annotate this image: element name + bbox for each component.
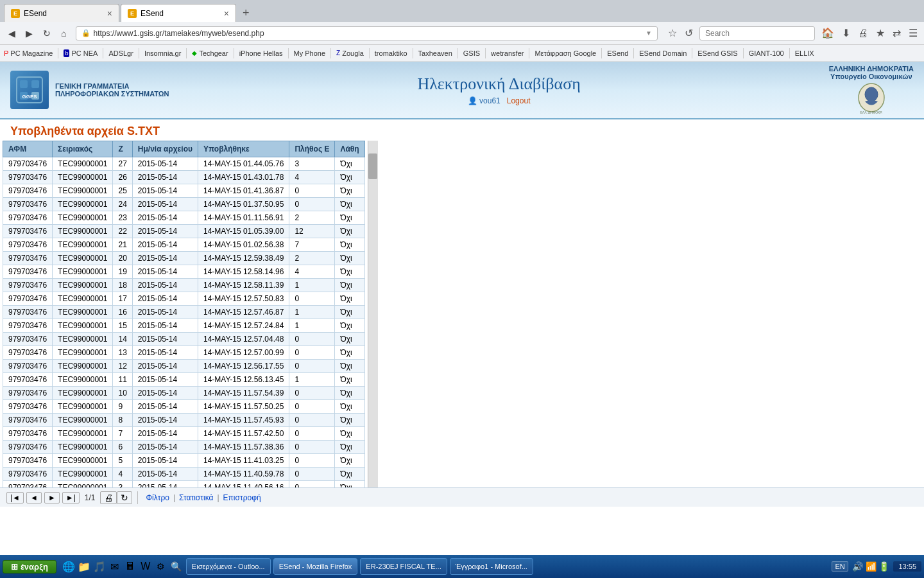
taskbar-firefox-button[interactable]: ESend - Mozilla Firefox <box>273 558 358 575</box>
table-row[interactable]: 979703476TEC99000001272015-05-1414-MAY-1… <box>3 157 365 171</box>
table-cell: 979703476 <box>3 387 53 400</box>
table-row[interactable]: 979703476TEC99000001222015-05-1414-MAY-1… <box>3 225 365 238</box>
col-z: Z <box>113 141 132 157</box>
table-cell: TEC99000001 <box>53 427 113 441</box>
url-dropdown-icon[interactable]: ▼ <box>646 30 652 37</box>
url-bar[interactable]: 🔒 https://www1.gsis.gr/tameiakes/myweb/e… <box>76 26 658 40</box>
table-row[interactable]: 979703476TEC9900000142015-05-1414-MAY-15… <box>3 468 365 481</box>
table-row[interactable]: 979703476TEC99000001112015-05-1414-MAY-1… <box>3 373 365 387</box>
table-row[interactable]: 979703476TEC99000001132015-05-1414-MAY-1… <box>3 346 365 360</box>
bookmark-insomnia[interactable]: Insomnia.gr <box>144 49 181 57</box>
back-button[interactable]: ◀ <box>4 26 20 40</box>
return-link[interactable]: Επιστροφή <box>223 493 261 502</box>
download-button[interactable]: ⬇ <box>839 26 853 40</box>
tab2-close[interactable]: × <box>224 8 229 19</box>
table-scrollbar[interactable] <box>368 141 378 487</box>
taskbar-folder-icon[interactable]: 📁 <box>77 559 91 574</box>
reload-button[interactable]: ↻ <box>38 26 55 40</box>
reload-table-button[interactable]: ↻ <box>117 491 132 504</box>
bookmark-gsis[interactable]: GSIS <box>463 49 480 57</box>
bookmark-esend[interactable]: ESend <box>607 49 628 57</box>
refresh-table-button[interactable]: 🖨 <box>100 491 117 504</box>
taskbar-ie-icon[interactable]: 🌐 <box>62 559 76 574</box>
taskbar-outlook-button[interactable]: Εισερχόμενα - Outloo... <box>186 558 271 575</box>
last-page-button[interactable]: ►| <box>62 492 80 504</box>
home-nav-button[interactable]: 🏠 <box>819 26 837 40</box>
bookmark-giant100[interactable]: GIANT-100 <box>749 49 784 57</box>
menu-button[interactable]: ☰ <box>906 26 920 40</box>
table-row[interactable]: 979703476TEC9900000162015-05-1414-MAY-15… <box>3 441 365 454</box>
bookmark-wetransfer[interactable]: wetransfer <box>491 49 524 57</box>
tab1-close[interactable]: × <box>107 8 112 19</box>
language-indicator[interactable]: EN <box>832 561 848 572</box>
table-row[interactable]: 979703476TEC99000001242015-05-1414-MAY-1… <box>3 198 365 211</box>
bookmark-iphone[interactable]: iPhone Hellas <box>239 49 283 57</box>
logout-link[interactable]: Logout <box>507 96 531 105</box>
table-row[interactable]: 979703476TEC9900000192015-05-1414-MAY-15… <box>3 400 365 414</box>
taskbar-word-button[interactable]: Έγγραφο1 - Microsof... <box>450 558 533 575</box>
tab-2[interactable]: E ESend × <box>121 4 236 22</box>
table-row[interactable]: 979703476TEC99000001172015-05-1414-MAY-1… <box>3 292 365 306</box>
table-cell: 14-MAY-15 12.56.13.45 <box>198 373 289 387</box>
table-row[interactable]: 979703476TEC99000001182015-05-1414-MAY-1… <box>3 279 365 292</box>
bookmark-star-button[interactable]: ☆ <box>665 26 680 40</box>
bookmark-esend-domain[interactable]: ESend Domain <box>639 49 687 57</box>
bookmark-zougla[interactable]: Z Zougla <box>336 49 364 57</box>
bookmark-adslgr[interactable]: ADSLgr <box>108 49 133 57</box>
next-page-button[interactable]: ► <box>44 492 60 504</box>
table-row[interactable]: 979703476TEC99000001262015-05-1414-MAY-1… <box>3 171 365 184</box>
bookmark-metafrassi[interactable]: Μετάφραση Google <box>535 49 596 57</box>
table-cell: 2015-05-14 <box>132 373 198 387</box>
table-row[interactable]: 979703476TEC99000001212015-05-1414-MAY-1… <box>3 238 365 252</box>
table-row[interactable]: 979703476TEC99000001122015-05-1414-MAY-1… <box>3 360 365 373</box>
bookmark-sep-8 <box>369 48 370 58</box>
prev-page-button[interactable]: ◄ <box>26 492 42 504</box>
favorites-button[interactable]: ★ <box>873 26 887 40</box>
forward-button[interactable]: ▶ <box>21 26 37 40</box>
taskbar-word-icon[interactable]: W <box>139 559 153 574</box>
taskbar-search-sys-icon[interactable]: 🔍 <box>169 559 184 574</box>
new-tab-button[interactable]: + <box>237 6 255 20</box>
table-row[interactable]: 979703476TEC99000001152015-05-1414-MAY-1… <box>3 319 365 333</box>
taskbar-calc-icon[interactable]: 🖩 <box>123 559 137 574</box>
table-row[interactable]: 979703476TEC9900000132015-05-1414-MAY-15… <box>3 481 365 488</box>
table-row[interactable]: 979703476TEC9900000182015-05-1414-MAY-15… <box>3 414 365 427</box>
table-cell: 2015-05-14 <box>132 481 198 488</box>
refresh-button[interactable]: ↺ <box>682 26 696 40</box>
bookmark-techgear[interactable]: ◆ Techgear <box>192 49 228 57</box>
sync-button[interactable]: ⇄ <box>890 26 903 40</box>
table-cell: 979703476 <box>3 306 53 319</box>
bookmark-ellix[interactable]: ELLIX <box>795 49 814 57</box>
table-container[interactable]: ΑΦΜ Σειριακός Z Ημ/νία αρχείου Υποβλήθηκ… <box>0 141 368 487</box>
bookmark-pc-nea[interactable]: b PC NEA <box>64 49 98 57</box>
taskbar-media-icon[interactable]: 🎵 <box>92 559 107 574</box>
table-row[interactable]: 979703476TEC99000001142015-05-1414-MAY-1… <box>3 333 365 346</box>
search-input[interactable] <box>699 26 815 40</box>
start-button[interactable]: ⊞ έναρξη <box>3 560 56 574</box>
bookmark-esend-gsis[interactable]: ESend GSIS <box>697 49 737 57</box>
taskbar-fiscal-button[interactable]: ER-230EJ FISCAL TE... <box>360 558 447 575</box>
bookmark-tromaktiko[interactable]: tromaktiko <box>375 49 407 57</box>
table-cell: 0 <box>289 427 335 441</box>
table-row[interactable]: 979703476TEC99000001162015-05-1414-MAY-1… <box>3 306 365 319</box>
table-row[interactable]: 979703476TEC99000001232015-05-1414-MAY-1… <box>3 211 365 225</box>
tab-1[interactable]: E ESend × <box>4 4 119 22</box>
scrollbar-thumb[interactable] <box>368 153 377 179</box>
first-page-button[interactable]: |◄ <box>6 492 24 504</box>
print-button[interactable]: 🖨 <box>855 26 871 40</box>
table-row[interactable]: 979703476TEC99000001192015-05-1414-MAY-1… <box>3 265 365 279</box>
table-row[interactable]: 979703476TEC99000001202015-05-1414-MAY-1… <box>3 252 365 265</box>
stats-link[interactable]: Στατιστικά <box>179 493 213 502</box>
bookmark-taxheaven[interactable]: Taxheaven <box>418 49 452 57</box>
taskbar-settings-icon[interactable]: ⚙ <box>154 559 168 574</box>
home-button[interactable]: ⌂ <box>56 26 71 40</box>
filter-link[interactable]: Φίλτρο <box>146 493 169 502</box>
table-row[interactable]: 979703476TEC9900000152015-05-1414-MAY-15… <box>3 454 365 468</box>
nav-arrows: |◄ ◄ ► ►| <box>6 492 80 504</box>
table-row[interactable]: 979703476TEC99000001102015-05-1414-MAY-1… <box>3 387 365 400</box>
table-row[interactable]: 979703476TEC9900000172015-05-1414-MAY-15… <box>3 427 365 441</box>
bookmark-myphone[interactable]: My Phone <box>294 49 326 57</box>
bookmark-pc-magazine[interactable]: P PC Magazine <box>4 49 53 57</box>
table-row[interactable]: 979703476TEC99000001252015-05-1414-MAY-1… <box>3 184 365 198</box>
taskbar-mail-icon[interactable]: ✉ <box>108 559 122 574</box>
